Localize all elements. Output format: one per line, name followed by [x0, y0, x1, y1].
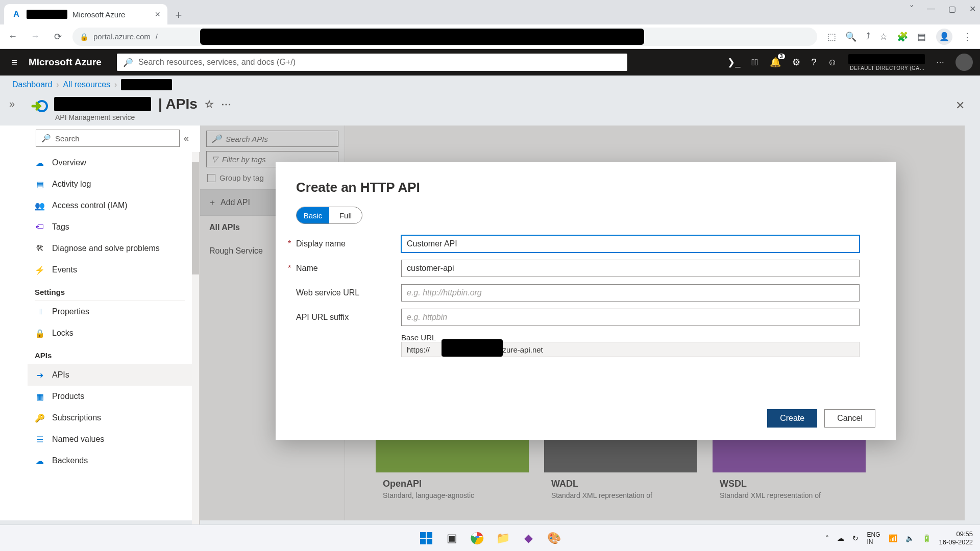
chrome-menu-icon[interactable]: ⋮	[960, 29, 975, 44]
redacted-base-host	[442, 339, 503, 357]
sync-icon[interactable]: ↻	[852, 534, 859, 542]
more-commands-icon[interactable]: ⋯	[221, 98, 231, 110]
nav-diagnose[interactable]: 🛠Diagnose and solve problems	[28, 238, 192, 259]
bookmark-icon[interactable]: ☆	[879, 31, 888, 42]
nav-backends[interactable]: ☁Backends	[28, 450, 192, 471]
url-host: portal.azure.com	[93, 32, 151, 41]
input-name[interactable]	[401, 260, 860, 277]
hamburger-icon[interactable]: ≡	[0, 57, 29, 68]
cloud-shell-icon[interactable]: ❯_	[727, 57, 740, 68]
taskbar-center: ▣ 📁 ◆ 🎨	[416, 528, 564, 548]
onedrive-icon[interactable]: ☁	[837, 534, 844, 542]
chrome-app-icon[interactable]	[467, 528, 487, 548]
properties-icon: ⫴	[35, 307, 45, 316]
label-name: Name	[296, 264, 401, 273]
chevron-down-icon[interactable]: ˅	[910, 4, 914, 14]
nav-properties[interactable]: ⫴Properties	[28, 301, 192, 322]
share-icon[interactable]: ⤴	[866, 31, 870, 42]
paint-icon[interactable]: 🎨	[544, 528, 564, 548]
azure-global-search[interactable]: 🔎 Search resources, services, and docs (…	[117, 54, 627, 71]
tray-chevron-icon[interactable]: ˄	[825, 534, 829, 542]
nav-scrollbar-track[interactable]	[192, 152, 199, 543]
windows-taskbar: ▣ 📁 ◆ 🎨 ˄ ☁ ↻ ENG IN 📶 🔈 🔋 09:55 16-09-2…	[0, 524, 980, 551]
forward-button[interactable]: →	[28, 29, 43, 44]
sidepanel-icon[interactable]: ▤	[917, 31, 926, 42]
browser-tab-active[interactable]: A Microsoft Azure ×	[4, 4, 167, 24]
svg-rect-3	[420, 539, 426, 544]
system-tray: ˄ ☁ ↻ ENG IN 📶 🔈 🔋 09:55 16-09-2022	[825, 530, 973, 546]
search-icon: 🔎	[41, 134, 51, 143]
maximize-icon[interactable]: ▢	[948, 4, 956, 14]
svg-rect-1	[420, 532, 426, 538]
search-placeholder: Search resources, services, and docs (G+…	[138, 58, 296, 67]
pin-icon[interactable]: ☆	[205, 98, 214, 110]
reload-button[interactable]: ⟳	[50, 29, 65, 44]
breadcrumb-allresources[interactable]: All resources	[63, 80, 110, 89]
label-suffix: API URL suffix	[296, 313, 401, 322]
svg-rect-2	[427, 532, 432, 538]
work-area: 🔎 Search « ☁Overview ▤Activity log 👥Acce…	[0, 126, 980, 520]
nav-scrollbar-thumb[interactable]	[192, 162, 199, 274]
nav-subscriptions[interactable]: 🔑Subscriptions	[28, 407, 192, 429]
nav-activity-log[interactable]: ▤Activity log	[28, 173, 192, 195]
notifications-icon[interactable]: 🔔3	[770, 57, 781, 68]
minimize-icon[interactable]: —	[927, 4, 935, 14]
more-icon[interactable]: ⋯	[936, 58, 944, 67]
install-app-icon[interactable]: ⬚	[827, 31, 836, 42]
base-url-readonly: https:// .azure-api.net	[401, 342, 860, 357]
user-avatar[interactable]	[955, 54, 973, 71]
cancel-button[interactable]: Cancel	[824, 409, 875, 428]
nav-events[interactable]: ⚡Events	[28, 259, 192, 281]
input-display-name[interactable]	[401, 235, 860, 253]
toggle-basic[interactable]: Basic	[297, 207, 329, 223]
nav-apis[interactable]: ➜APIs	[28, 364, 192, 386]
help-icon[interactable]: ?	[812, 57, 817, 68]
activity-log-icon: ▤	[35, 180, 45, 189]
form-mode-toggle: Basic Full	[296, 207, 362, 224]
directory-filter-icon[interactable]: �⃞	[751, 57, 758, 68]
azure-brand[interactable]: Microsoft Azure	[29, 57, 117, 68]
blade-close-icon[interactable]: ✕	[952, 96, 968, 115]
taskbar-clock[interactable]: 09:55 16-09-2022	[939, 530, 973, 546]
battery-icon[interactable]: 🔋	[922, 534, 931, 542]
nav-products[interactable]: ▦Products	[28, 386, 192, 407]
backends-icon: ☁	[35, 456, 45, 466]
nav-iam[interactable]: 👥Access control (IAM)	[28, 195, 192, 216]
azure-top-bar: ≡ Microsoft Azure 🔎 Search resources, se…	[0, 49, 980, 76]
create-button[interactable]: Create	[767, 409, 817, 428]
chrome-profile-avatar[interactable]: 👤	[936, 29, 952, 45]
volume-icon[interactable]: 🔈	[905, 534, 914, 542]
nav-tags[interactable]: 🏷Tags	[28, 216, 192, 238]
task-view-icon[interactable]: ▣	[442, 528, 462, 548]
redacted-account	[848, 54, 925, 64]
language-indicator[interactable]: ENG IN	[867, 531, 880, 545]
collapse-nav-icon[interactable]: «	[184, 133, 189, 144]
file-explorer-icon[interactable]: 📁	[493, 528, 513, 548]
back-button[interactable]: ←	[5, 29, 20, 44]
settings-gear-icon[interactable]: ⚙	[792, 57, 800, 68]
expand-menu-icon[interactable]: »	[9, 96, 30, 110]
nav-named-values[interactable]: ☰Named values	[28, 429, 192, 450]
visual-studio-icon[interactable]: ◆	[518, 528, 538, 548]
feedback-icon[interactable]: ☺	[828, 57, 837, 68]
input-web-url[interactable]	[401, 284, 860, 302]
wifi-icon[interactable]: 📶	[889, 534, 897, 542]
close-tab-icon[interactable]: ×	[155, 9, 160, 20]
zoom-icon[interactable]: 🔍	[845, 31, 856, 42]
toggle-full[interactable]: Full	[329, 207, 362, 223]
search-icon: 🔎	[123, 58, 133, 67]
breadcrumb-dashboard[interactable]: Dashboard	[12, 80, 52, 89]
tenant-label: DEFAULT DIRECTORY (GA…	[850, 65, 925, 71]
apim-service-icon	[30, 96, 50, 116]
start-button[interactable]	[416, 528, 436, 548]
nav-search-input[interactable]: 🔎 Search	[36, 130, 180, 147]
extensions-icon[interactable]: 🧩	[897, 31, 908, 42]
label-web-url: Web service URL	[296, 288, 401, 297]
window-close-icon[interactable]: ✕	[969, 4, 976, 14]
nav-locks[interactable]: 🔒Locks	[28, 322, 192, 344]
nav-overview[interactable]: ☁Overview	[28, 152, 192, 173]
new-tab-button[interactable]: +	[169, 6, 188, 24]
tab-title: Microsoft Azure	[72, 10, 150, 19]
address-bar[interactable]: 🔒 portal.azure.com/	[72, 28, 817, 46]
input-suffix[interactable]	[401, 309, 860, 326]
